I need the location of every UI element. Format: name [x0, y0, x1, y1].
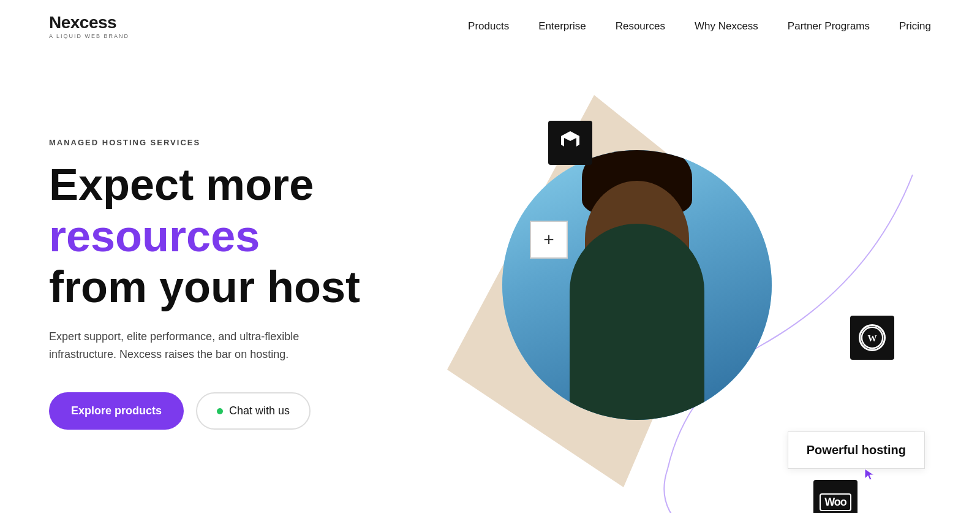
person-body	[570, 224, 704, 420]
chat-online-dot	[217, 408, 223, 414]
hero-section: MANAGED HOSTING SERVICES Expect more res…	[0, 52, 980, 513]
wordpress-icon-badge: W	[850, 316, 894, 360]
logo: Nexcess A LIQUID WEB BRAND	[49, 13, 129, 39]
hero-cta-group: Explore products Chat with us	[49, 392, 404, 430]
hero-heading: Expect more resources from your host	[49, 162, 404, 311]
woocommerce-icon: Woo	[820, 493, 851, 511]
hero-content: MANAGED HOSTING SERVICES Expect more res…	[49, 89, 404, 430]
magento-icon-badge	[548, 121, 592, 165]
plus-icon: +	[543, 229, 554, 250]
powerful-hosting-label: Powerful hosting	[807, 443, 906, 457]
hero-person-photo	[502, 150, 772, 420]
nav-pricing[interactable]: Pricing	[899, 20, 931, 32]
powerful-hosting-card: Powerful hosting	[788, 431, 925, 469]
hero-heading-line3: from your host	[49, 264, 404, 311]
hero-subtext: Expert support, elite performance, and u…	[49, 328, 312, 363]
logo-subtitle: A LIQUID WEB BRAND	[49, 33, 129, 39]
plus-icon-box: +	[530, 221, 568, 259]
nav-resources[interactable]: Resources	[616, 20, 665, 32]
nav-enterprise[interactable]: Enterprise	[538, 20, 586, 32]
nav-products[interactable]: Products	[468, 20, 509, 32]
nav-why-nexcess[interactable]: Why Nexcess	[695, 20, 758, 32]
svg-text:W: W	[867, 333, 876, 343]
explore-products-button[interactable]: Explore products	[49, 392, 184, 430]
hero-eyebrow: MANAGED HOSTING SERVICES	[49, 138, 404, 147]
hero-visual: + W Woo Powerful hosting	[429, 89, 931, 513]
woocommerce-icon-badge: Woo	[813, 480, 858, 513]
nav-partner-programs[interactable]: Partner Programs	[788, 20, 870, 32]
chat-button-label: Chat with us	[229, 405, 290, 417]
cursor-icon	[864, 468, 876, 482]
magento-icon	[559, 129, 582, 157]
person-silhouette	[502, 150, 772, 420]
site-header: Nexcess A LIQUID WEB BRAND Products Ente…	[0, 0, 980, 52]
logo-title: Nexcess	[49, 13, 129, 32]
hero-heading-accent: resources	[49, 213, 404, 260]
hero-heading-line1: Expect more	[49, 162, 404, 208]
wordpress-icon: W	[859, 324, 886, 351]
main-nav: Products Enterprise Resources Why Nexces…	[468, 20, 931, 32]
chat-with-us-button[interactable]: Chat with us	[196, 392, 311, 430]
